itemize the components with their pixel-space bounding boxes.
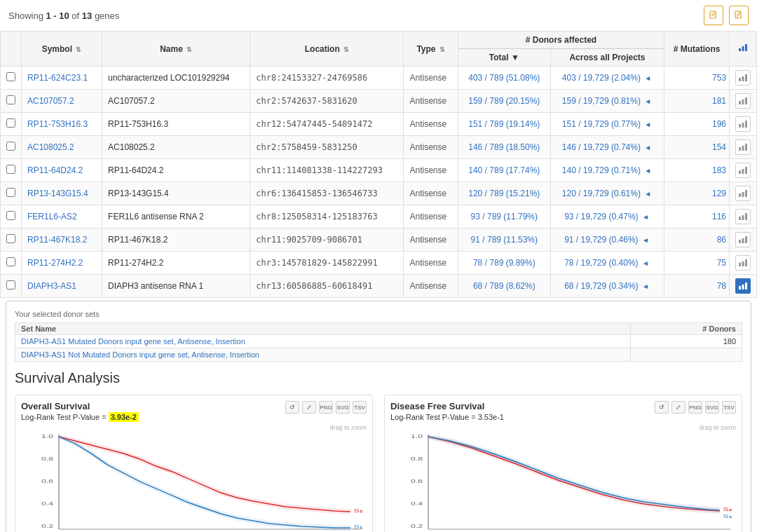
row-location: chr13:60586885-60618491: [250, 275, 404, 298]
nav-arrow[interactable]: ◄: [643, 144, 653, 151]
col-symbol-header[interactable]: Symbol ⇅: [22, 32, 102, 67]
row-name: AC107057.2: [102, 90, 250, 113]
row-checkbox[interactable]: [1, 159, 22, 182]
nav-arrow[interactable]: ◄: [641, 282, 650, 290]
svg-text:1.0: 1.0: [41, 433, 53, 439]
svg-rect-14: [742, 100, 744, 104]
symbol-link[interactable]: AC108025.2: [27, 142, 74, 152]
row-chart-button[interactable]: [735, 163, 751, 178]
row-name: FER1L6 antisense RNA 2: [102, 205, 250, 229]
row-chart-button[interactable]: [735, 93, 751, 109]
row-total: 159 / 789 (20.15%): [458, 90, 550, 113]
nav-arrow[interactable]: ◄: [643, 97, 653, 105]
nav-arrow[interactable]: ◄: [643, 74, 653, 82]
row-checkbox[interactable]: [1, 182, 22, 205]
row-symbol: RP11-64D24.2: [22, 159, 102, 182]
table-row: RP13-143G15.4 RP13-143G15.4 chr6:1364158…: [1, 182, 757, 205]
svg-rect-0: [710, 11, 716, 18]
nav-arrow[interactable]: ◄: [641, 213, 650, 221]
col-name-header[interactable]: Name ⇅: [102, 32, 250, 67]
col-total-header[interactable]: Total ▼: [458, 49, 550, 67]
svg-rect-30: [745, 213, 747, 220]
nav-arrow[interactable]: ◄: [641, 259, 650, 267]
row-checkbox[interactable]: [1, 136, 22, 159]
row-chart-button[interactable]: [735, 232, 751, 247]
svg-rect-29: [742, 215, 744, 220]
row-across: 140 / 19,729 (0.71%) ◄: [550, 159, 664, 182]
row-location: chr2:5742637-5831620: [250, 90, 404, 113]
svg-rect-19: [739, 147, 741, 151]
svg-rect-11: [742, 76, 744, 81]
symbol-link[interactable]: RP13-143G15.4: [27, 189, 88, 198]
symbol-link[interactable]: RP11-467K18.2: [27, 235, 87, 245]
overall-svg-btn[interactable]: SVG: [336, 401, 350, 414]
row-symbol: RP13-143G15.4: [22, 182, 102, 205]
row-checkbox[interactable]: [1, 205, 22, 229]
symbol-link[interactable]: AC107057.2: [27, 96, 74, 106]
row-checkbox[interactable]: [1, 229, 22, 252]
row-type: Antisense: [404, 90, 458, 113]
overall-tsv-btn[interactable]: TSV: [353, 401, 367, 414]
svg-rect-33: [745, 236, 747, 243]
table-row: RP11-274H2.2 RP11-274H2.2 chr3:145781829…: [1, 252, 757, 275]
donor-set-link[interactable]: DIAPH3-AS1 Not Mutated Donors input gene…: [21, 350, 259, 359]
col-mutations-header: # Mutations: [664, 32, 730, 67]
dfs-png-btn[interactable]: PNG: [688, 401, 702, 414]
symbol-link[interactable]: FER1L6-AS2: [27, 212, 77, 221]
overall-reset-btn[interactable]: ↺: [285, 401, 299, 414]
row-checkbox[interactable]: [1, 252, 22, 275]
table-row: RP11-753H16.3 RP11-753H16.3 chr12:547474…: [1, 113, 757, 136]
table-row: FER1L6-AS2 FER1L6 antisense RNA 2 chr8:1…: [1, 205, 757, 229]
row-mutations: 78: [664, 275, 730, 298]
row-chart-button[interactable]: [735, 209, 751, 224]
row-chart-button[interactable]: [735, 116, 751, 132]
symbol-link[interactable]: RP11-624C23.1: [27, 73, 88, 83]
row-type: Antisense: [404, 67, 458, 90]
row-chart-cell: [730, 205, 757, 229]
dfs-svg-btn[interactable]: SVG: [705, 401, 719, 414]
nav-arrow[interactable]: ◄: [643, 190, 653, 198]
svg-rect-35: [742, 261, 744, 266]
row-chart-button[interactable]: [735, 186, 751, 201]
donor-set-row: DIAPH3-AS1 Not Mutated Donors input gene…: [15, 348, 742, 362]
col-type-header[interactable]: Type ⇅: [404, 32, 458, 67]
top-bar: Showing 1 - 10 of 13 genes: [0, 0, 757, 31]
symbol-link[interactable]: RP11-753H16.3: [27, 119, 88, 129]
nav-arrow[interactable]: ◄: [643, 167, 653, 175]
svg-rect-8: [742, 46, 744, 51]
symbol-link[interactable]: RP11-64D24.2: [27, 165, 83, 175]
row-checkbox[interactable]: [1, 90, 22, 113]
donor-set-link[interactable]: DIAPH3-AS1 Mutated Donors input gene set…: [21, 337, 245, 346]
svg-text:0.2: 0.2: [41, 523, 53, 528]
svg-rect-21: [745, 144, 747, 151]
row-chart-button[interactable]: [735, 70, 751, 86]
overall-png-btn[interactable]: PNG: [319, 401, 333, 414]
row-total: 140 / 789 (17.74%): [458, 159, 550, 182]
row-total: 403 / 789 (51.08%): [458, 67, 550, 90]
row-chart-button[interactable]: [735, 278, 751, 294]
dfs-expand-btn[interactable]: ⤢: [671, 401, 686, 414]
donor-set-name: DIAPH3-AS1 Not Mutated Donors input gene…: [15, 348, 631, 362]
row-across: 120 / 19,729 (0.61%) ◄: [550, 182, 664, 205]
row-checkbox[interactable]: [1, 275, 22, 298]
nav-arrow[interactable]: ◄: [643, 121, 653, 128]
row-chart-button[interactable]: [735, 255, 751, 271]
row-chart-button[interactable]: [735, 139, 751, 155]
dfs-reset-btn[interactable]: ↺: [655, 401, 669, 414]
row-checkbox[interactable]: [1, 113, 22, 136]
row-across: 146 / 19,729 (0.74%) ◄: [550, 136, 664, 159]
symbol-link[interactable]: RP11-274H2.2: [27, 258, 83, 268]
row-mutations: 154: [664, 136, 730, 159]
row-checkbox[interactable]: [1, 67, 22, 90]
symbol-link[interactable]: DIAPH3-AS1: [27, 281, 76, 291]
overall-expand-btn[interactable]: ⤢: [302, 401, 316, 414]
col-location-header[interactable]: Location ⇅: [250, 32, 404, 67]
download-tsv-button[interactable]: [704, 6, 723, 25]
download-json-button[interactable]: [729, 6, 749, 25]
survival-panels: Overall Survival Log-Rank Test P-Value =…: [15, 395, 742, 532]
dfs-tsv-btn[interactable]: TSV: [722, 401, 736, 414]
row-mutations: 129: [664, 182, 730, 205]
nav-arrow[interactable]: ◄: [641, 236, 650, 244]
svg-rect-27: [745, 190, 747, 197]
dfs-drag-zoom: drag to zoom: [390, 424, 736, 431]
